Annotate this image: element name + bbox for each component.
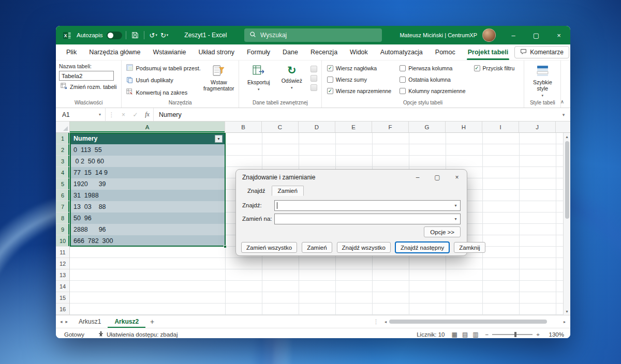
page-break-view-icon[interactable]: ▥ <box>472 331 478 338</box>
scroll-up-icon[interactable]: ▴ <box>564 133 570 140</box>
properties-icon[interactable] <box>310 66 317 72</box>
ribbon-tab-uk-ad-strony[interactable]: Układ strony <box>192 44 240 60</box>
avatar[interactable] <box>482 28 496 42</box>
collapse-ribbon-icon[interactable]: ∧ <box>560 99 564 104</box>
find-input[interactable]: ▾ <box>274 200 461 211</box>
zoom-slider[interactable] <box>492 334 533 335</box>
table-cell-a4[interactable]: 77 15 14 9 <box>70 167 225 178</box>
ribbon-tab-automatyzacja[interactable]: Automatyzacja <box>374 44 429 60</box>
minimize-button[interactable]: – <box>502 26 525 44</box>
find-next-button[interactable]: Znajdź następny <box>395 242 449 253</box>
table-name-input[interactable] <box>59 71 114 81</box>
search-box[interactable]: Wyszukaj <box>244 28 382 42</box>
row-header-6[interactable]: 6 <box>56 190 69 201</box>
excel-app-icon[interactable]: X <box>61 31 73 40</box>
zoom-in-icon[interactable]: + <box>536 331 540 338</box>
column-header-A[interactable]: A <box>70 122 225 132</box>
row-header-13[interactable]: 13 <box>56 269 69 281</box>
ribbon-tab-recenzja[interactable]: Recenzja <box>304 44 344 60</box>
ribbon-tab-formu-y[interactable]: Formuły <box>241 44 276 60</box>
column-header-J[interactable]: J <box>519 122 556 132</box>
table-header-cell[interactable]: Numery ▾ <box>70 133 225 144</box>
scroll-down-icon[interactable]: ▾ <box>564 308 570 315</box>
row-header-5[interactable]: 5 <box>56 178 69 190</box>
vertical-scroll-thumb[interactable] <box>565 141 569 219</box>
tab-replace[interactable]: Zamień <box>272 186 304 196</box>
find-all-button[interactable]: Znajdź wszystko <box>337 242 391 253</box>
ribbon-tab-plik[interactable]: Plik <box>60 44 83 60</box>
user-name[interactable]: Mateusz Miciński | CentrumXP <box>400 32 477 38</box>
column-header-F[interactable]: F <box>372 122 409 132</box>
replace-input[interactable]: ▾ <box>274 214 461 224</box>
replace-all-button[interactable]: Zamień wszystko <box>241 242 297 253</box>
zoom-out-icon[interactable]: − <box>485 331 489 338</box>
sheet-tab-arkusz2[interactable]: Arkusz2 <box>108 315 145 328</box>
dialog-close-button[interactable]: × <box>447 170 467 185</box>
chevron-down-icon[interactable]: ▾ <box>451 217 460 221</box>
add-sheet-button[interactable]: + <box>145 315 159 328</box>
unlink-icon[interactable] <box>310 84 317 91</box>
accessibility-status[interactable]: Ułatwienia dostępu: zbadaj <box>98 331 178 338</box>
resize-table-button[interactable]: Zmień rozm. tabeli <box>59 82 118 91</box>
style-option-wiersze-naprzemienne[interactable]: ✓Wiersze naprzemienne <box>327 88 391 94</box>
row-header-3[interactable]: 3 <box>56 156 69 167</box>
tab-splitter-icon[interactable]: ⋮ <box>373 318 379 325</box>
ribbon-tab-wstawianie[interactable]: Wstawianie <box>147 44 193 60</box>
row-header-11[interactable]: 11 <box>56 247 69 258</box>
autosave-toggle[interactable] <box>107 32 122 39</box>
row-header-15[interactable]: 15 <box>56 292 69 304</box>
undo-button[interactable]: ↺▾ <box>148 32 159 39</box>
open-in-browser-icon[interactable] <box>310 75 317 82</box>
table-cell-a7[interactable]: 13 03 88 <box>70 201 225 213</box>
row-header-8[interactable]: 8 <box>56 213 69 224</box>
scroll-right-icon[interactable]: ▸ <box>561 320 568 324</box>
table-cell-a9[interactable]: 2888 96 <box>70 224 225 235</box>
horizontal-scroll-thumb[interactable] <box>389 320 547 324</box>
select-all-corner[interactable] <box>56 122 70 132</box>
row-header-7[interactable]: 7 <box>56 201 69 213</box>
sheet-nav-left-icon[interactable]: ◂ <box>60 319 63 324</box>
table-cell-a8[interactable]: 50 96 <box>70 213 225 224</box>
formula-input[interactable]: Numery <box>153 108 557 121</box>
table-cell-a2[interactable]: 0 113 55 <box>70 144 225 156</box>
row-header-12[interactable]: 12 <box>56 258 69 269</box>
row-header-10[interactable]: 10 <box>56 235 69 247</box>
style-option-przycisk-filtru[interactable]: ✓Przycisk filtru <box>474 65 515 71</box>
export-button[interactable]: Eksportuj ▾ <box>242 63 275 99</box>
row-header-14[interactable]: 14 <box>56 281 69 292</box>
row-header-2[interactable]: 2 <box>56 144 69 156</box>
filter-button[interactable]: ▾ <box>215 135 223 143</box>
zoom-slider-thumb[interactable] <box>514 332 516 337</box>
tab-find[interactable]: Znajdź <box>241 186 272 196</box>
enter-icon[interactable]: ✓ <box>129 111 141 118</box>
vertical-scrollbar[interactable]: ▴ ▾ <box>563 133 570 315</box>
chevron-down-icon[interactable]: ▾ <box>451 203 460 208</box>
table-cell-a10[interactable]: 666 782 300 <box>70 235 225 247</box>
horizontal-scrollbar[interactable]: ◂ ▸ <box>382 319 568 324</box>
table-cell-a6[interactable]: 31 1988 <box>70 190 225 201</box>
column-header-I[interactable]: I <box>482 122 519 132</box>
fill-handle[interactable] <box>224 245 227 248</box>
close-dialog-button[interactable]: Zamknij <box>454 242 485 253</box>
ribbon-tab-narz-dzia-g-wne[interactable]: Narzędzia główne <box>83 44 146 60</box>
convert-to-range-button[interactable]: Konwertuj na zakres <box>125 88 202 97</box>
row-header-1[interactable]: 1 <box>56 133 69 144</box>
style-option-kolumny-naprzemienne[interactable]: Kolumny naprzemienne <box>400 88 465 94</box>
ribbon-tab-pomoc[interactable]: Pomoc <box>429 44 462 60</box>
scroll-left-icon[interactable]: ◂ <box>382 320 389 324</box>
zoom-percentage[interactable]: 130% <box>546 331 564 338</box>
redo-button[interactable]: ↻▾ <box>159 32 170 39</box>
remove-duplicates-button[interactable]: Usuń duplikaty <box>125 76 202 85</box>
row-header-16[interactable]: 16 <box>56 304 69 315</box>
table-cell-a5[interactable]: 1920 39 <box>70 178 225 190</box>
quick-styles-button[interactable]: Szybkie style ▾ <box>527 63 557 99</box>
style-option-wiersz-nag-wka[interactable]: ✓Wiersz nagłówka <box>327 65 391 71</box>
dialog-title-bar[interactable]: Znajdowanie i zamienianie – ▢ × <box>236 170 467 185</box>
table-cell-a3[interactable]: 0 2 50 60 <box>70 156 225 167</box>
column-header-E[interactable]: E <box>335 122 372 132</box>
sheet-nav-right-icon[interactable]: ▸ <box>66 319 68 324</box>
ribbon-tab-projekt-tabeli[interactable]: Projekt tabeli <box>462 44 515 60</box>
options-button[interactable]: Opcje >> <box>424 226 461 237</box>
style-option-wiersz-sumy[interactable]: Wiersz sumy <box>327 77 391 83</box>
close-button[interactable]: × <box>548 26 570 44</box>
